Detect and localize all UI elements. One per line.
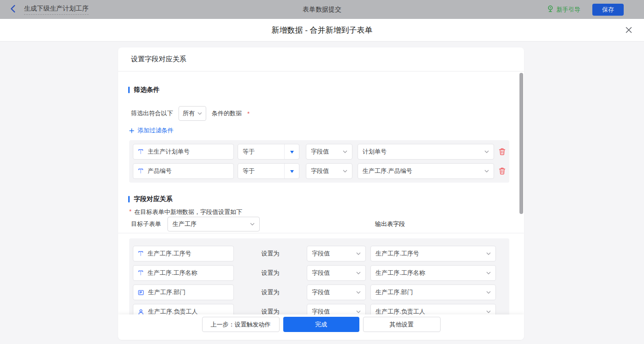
mapping-field-box[interactable]: 生产工序.工序名称 bbox=[133, 265, 234, 281]
section-accent-bar bbox=[128, 196, 130, 202]
operator-caret[interactable] bbox=[284, 144, 299, 159]
chevron-down-icon bbox=[484, 170, 489, 172]
chevron-down-icon bbox=[343, 150, 347, 153]
back-chevron-icon bbox=[10, 5, 16, 15]
delete-filter-icon[interactable] bbox=[499, 148, 506, 155]
chevron-down-icon bbox=[486, 310, 491, 313]
match-mode-select[interactable]: 所有 bbox=[179, 106, 206, 121]
filter-field-select[interactable]: 主生产计划单号 bbox=[133, 144, 234, 160]
section-accent-bar bbox=[128, 87, 130, 93]
output-field-label: 生产工序.工序号 bbox=[376, 249, 419, 258]
operator-label: 等于 bbox=[238, 167, 284, 175]
filter-value-select[interactable]: 生产工序.产品编号 bbox=[358, 163, 494, 179]
plus-icon bbox=[129, 128, 134, 133]
filter-operator-select[interactable]: 等于 bbox=[238, 144, 299, 160]
mapping-row: 生产工序.工序号 设置为 字段值 生产工序.工序号 bbox=[133, 246, 506, 261]
user-field-icon bbox=[138, 309, 144, 315]
mapping-row: 生产工序.工序名称 设置为 字段值 生产工序.工序名称 bbox=[133, 265, 506, 281]
filter-value-select[interactable]: 计划单号 bbox=[358, 144, 494, 160]
save-button[interactable]: 保存 bbox=[592, 4, 624, 16]
add-filter-condition-link[interactable]: 添加过滤条件 bbox=[129, 126, 173, 135]
modal-body: 设置字段对应关系 筛选条件 筛选出符合以下 所有 条件的数据 * 添加过滤条件 bbox=[0, 42, 644, 344]
value-type-label: 字段值 bbox=[312, 249, 330, 258]
target-subform-label: 目标子表单 bbox=[131, 220, 161, 228]
sentence-suffix: 条件的数据 bbox=[212, 109, 242, 118]
guide-pin-icon bbox=[547, 5, 554, 14]
modal-header: 新增数据 - 合并新增到子表单 bbox=[0, 19, 644, 42]
topbar: 生成下级生产计划工序 表单数据提交 新手引导 保存 bbox=[0, 0, 644, 19]
chevron-down-icon bbox=[486, 252, 491, 255]
filter-field-select[interactable]: 产品编号 bbox=[133, 163, 234, 179]
text-field-icon bbox=[138, 149, 143, 154]
chevron-down-icon bbox=[250, 223, 255, 225]
filter-rows-panel: 主生产计划单号 等于 字段值 计划单号 bbox=[129, 140, 509, 183]
card-header: 设置字段对应关系 bbox=[118, 47, 524, 71]
filter-value-label: 生产工序.产品编号 bbox=[363, 167, 412, 175]
chevron-down-icon bbox=[356, 310, 361, 313]
filter-field-label: 产品编号 bbox=[148, 167, 172, 175]
close-icon[interactable] bbox=[625, 26, 633, 34]
text-field-icon bbox=[138, 168, 143, 174]
mapping-field-label: 生产工序.工序号 bbox=[148, 249, 191, 258]
output-fields-header: 输出表字段 bbox=[375, 220, 405, 228]
value-type-select[interactable]: 字段值 bbox=[307, 265, 366, 281]
chevron-down-icon bbox=[343, 170, 347, 172]
output-field-select[interactable]: 生产工序.工序名称 bbox=[370, 265, 496, 281]
value-type-label: 字段值 bbox=[312, 288, 330, 297]
mapping-field-label: 生产工序.部门 bbox=[148, 288, 186, 297]
section-divider bbox=[118, 233, 524, 233]
output-field-label: 生产工序.部门 bbox=[376, 288, 413, 297]
match-mode-value: 所有 bbox=[183, 109, 195, 118]
sentence-prefix: 筛选出符合以下 bbox=[131, 109, 173, 118]
department-field-icon bbox=[138, 290, 144, 296]
filter-section-heading: 筛选条件 bbox=[128, 86, 160, 94]
guide-label: 新手引导 bbox=[556, 6, 580, 14]
filter-row: 产品编号 等于 字段值 生产工序.产品编号 bbox=[133, 163, 506, 179]
mapping-field-label: 生产工序.工序名称 bbox=[148, 269, 197, 277]
required-asterisk: * bbox=[247, 110, 250, 117]
filter-row: 主生产计划单号 等于 字段值 计划单号 bbox=[133, 144, 506, 160]
mapping-row: 生产工序.部门 设置为 字段值 生产工序.部门 bbox=[133, 285, 506, 300]
chevron-down-icon bbox=[356, 291, 361, 294]
output-field-label: 生产工序.工序名称 bbox=[376, 269, 425, 277]
delete-filter-icon[interactable] bbox=[499, 167, 506, 175]
settings-card: 设置字段对应关系 筛选条件 筛选出符合以下 所有 条件的数据 * 添加过滤条件 bbox=[118, 47, 524, 340]
set-to-label: 设置为 bbox=[234, 269, 307, 277]
value-type-select[interactable]: 字段值 bbox=[306, 163, 352, 179]
operator-caret[interactable] bbox=[284, 164, 299, 178]
value-type-select[interactable]: 字段值 bbox=[307, 285, 366, 300]
done-button[interactable]: 完成 bbox=[283, 317, 359, 332]
caret-down-icon bbox=[290, 170, 294, 175]
add-filter-label: 添加过滤条件 bbox=[137, 126, 173, 135]
chevron-down-icon bbox=[356, 272, 361, 274]
chevron-down-icon bbox=[486, 291, 491, 294]
target-subform-value: 生产工序 bbox=[173, 220, 197, 228]
output-field-select[interactable]: 生产工序.工序号 bbox=[370, 246, 496, 261]
value-type-label: 字段值 bbox=[311, 167, 329, 175]
modal-title: 新增数据 - 合并新增到子表单 bbox=[271, 25, 372, 36]
text-field-icon bbox=[138, 270, 143, 276]
mapping-subtitle-text: 在目标表单中新增数据，字段值设置如下 bbox=[134, 208, 242, 216]
text-field-icon bbox=[138, 251, 143, 256]
chevron-down-icon bbox=[356, 252, 361, 255]
workflow-node-title[interactable]: 生成下级生产计划工序 bbox=[24, 5, 89, 15]
value-type-label: 字段值 bbox=[311, 148, 329, 156]
target-subform-select[interactable]: 生产工序 bbox=[167, 217, 260, 231]
filter-section-label: 筛选条件 bbox=[134, 86, 160, 94]
value-type-select[interactable]: 字段值 bbox=[306, 144, 352, 160]
output-field-select[interactable]: 生产工序.部门 bbox=[370, 285, 496, 300]
required-asterisk: * bbox=[129, 208, 131, 215]
card-scrollbar-thumb[interactable] bbox=[519, 73, 523, 214]
previous-step-button[interactable]: 上一步：设置触发动作 bbox=[202, 317, 280, 332]
other-settings-button[interactable]: 其他设置 bbox=[363, 317, 441, 332]
mapping-field-box[interactable]: 生产工序.部门 bbox=[133, 285, 234, 300]
beginner-guide-link[interactable]: 新手引导 bbox=[547, 5, 580, 14]
chevron-down-icon bbox=[197, 112, 202, 115]
filter-value-label: 计划单号 bbox=[363, 148, 387, 156]
operator-label: 等于 bbox=[238, 148, 284, 156]
back-button[interactable] bbox=[10, 5, 16, 15]
mapping-field-box[interactable]: 生产工序.工序号 bbox=[133, 246, 234, 261]
value-type-select[interactable]: 字段值 bbox=[307, 246, 366, 261]
card-footer: 上一步：设置触发动作 完成 其他设置 bbox=[118, 314, 524, 340]
filter-operator-select[interactable]: 等于 bbox=[238, 163, 299, 179]
